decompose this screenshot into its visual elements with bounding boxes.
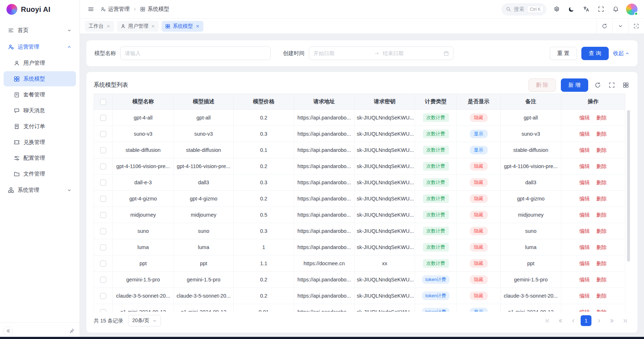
refresh-table-button[interactable] [593,81,602,90]
row-checkbox[interactable] [100,131,106,137]
row-checkbox[interactable] [100,261,106,267]
edit-link[interactable]: 编辑 [580,244,590,250]
pin-button[interactable] [69,328,75,334]
row-checkbox[interactable] [100,180,106,186]
edit-link[interactable]: 编辑 [580,277,590,282]
cell-visibility: 隐藏 [457,191,501,207]
pagination-prev-button[interactable] [568,315,578,326]
edit-link[interactable]: 编辑 [580,212,590,218]
settings-button[interactable] [552,5,561,14]
batch-delete-button[interactable]: 删 除 [528,78,556,92]
close-icon[interactable] [106,24,111,28]
sidebar-item-operations[interactable]: 运营管理 [4,39,76,55]
row-checkbox[interactable] [100,244,106,250]
reset-button[interactable]: 重 置 [550,47,577,60]
global-search[interactable]: 搜索 Ctrl K [501,3,546,15]
row-checkbox[interactable] [100,309,106,312]
refresh-tab-button[interactable] [596,19,612,33]
sidebar-collapse-button[interactable] [3,326,13,336]
sidebar-item-home[interactable]: 首页 [4,22,76,38]
sidebar-item-system[interactable]: 系统管理 [4,182,76,198]
row-select-cell [94,223,113,239]
row-checkbox[interactable] [100,163,106,170]
edit-link[interactable]: 编辑 [580,147,590,153]
edit-link[interactable]: 编辑 [580,309,590,312]
delete-link[interactable]: 删除 [596,163,607,169]
delete-link[interactable]: 删除 [596,147,607,153]
sidebar-subitem-config-management[interactable]: 配置管理 [4,150,76,166]
tab-menu-button[interactable] [612,19,628,33]
delete-link[interactable]: 删除 [596,212,607,218]
pagination-page-1[interactable]: 1 [581,315,591,326]
cell-billing-type: 次数计费 [415,158,457,175]
delete-link[interactable]: 删除 [596,228,607,234]
delete-link[interactable]: 删除 [596,277,607,282]
pagination-next-group-button[interactable] [607,315,617,326]
tab-system-model[interactable]: 系统模型 [162,21,203,32]
table-header-row: 模型名称模型描述模型价格请求地址请求密钥计费类型是否显示备注操作 [94,94,625,110]
edit-link[interactable]: 编辑 [580,115,590,121]
select-all-checkbox[interactable] [100,99,106,105]
notifications-button[interactable] [611,5,620,14]
sidebar-subitem-redeem-management[interactable]: 兑换管理 [4,135,76,150]
delete-link[interactable]: 删除 [596,196,607,202]
sidebar-subitem-package-management[interactable]: 套餐管理 [4,87,76,102]
edit-link[interactable]: 编辑 [580,228,590,234]
edit-link[interactable]: 编辑 [580,180,590,185]
row-checkbox[interactable] [100,147,106,153]
sidebar-subitem-payment-orders[interactable]: 支付订单 [4,119,76,134]
cell-model-price: 0.3 [234,175,294,191]
delete-link[interactable]: 删除 [596,131,607,137]
tab-user-management[interactable]: 用户管理 [117,21,159,32]
row-checkbox[interactable] [100,228,106,234]
edit-link[interactable]: 编辑 [580,196,590,202]
collapse-filter-link[interactable]: 收起 [613,50,630,57]
pagination-first-button[interactable] [542,315,553,326]
row-checkbox[interactable] [100,293,106,299]
delete-link[interactable]: 删除 [596,244,607,250]
pagination-prev-group-button[interactable] [555,315,566,326]
breadcrumb-item-operations[interactable]: 运营管理 [100,6,130,13]
add-button[interactable]: 新 增 [561,78,588,92]
bell-icon [613,6,619,12]
close-icon[interactable] [151,24,155,28]
app-logo[interactable]: Ruoyi AI [0,0,80,19]
table-scrollbar[interactable] [627,110,630,309]
row-checkbox[interactable] [100,277,106,283]
sidebar-item-label: 系统管理 [18,187,63,194]
delete-link[interactable]: 删除 [596,309,607,312]
delete-link[interactable]: 删除 [596,115,607,121]
sidebar-toggle-button[interactable] [86,5,95,14]
user-avatar[interactable] [626,4,638,15]
fullscreen-button[interactable] [596,5,605,14]
sidebar-subitem-chat-messages[interactable]: 聊天消息 [4,103,76,118]
row-checkbox[interactable] [100,212,106,218]
breadcrumb-item-system-model[interactable]: 系统模型 [140,6,169,13]
model-name-input[interactable] [120,46,271,60]
edit-link[interactable]: 编辑 [580,163,590,169]
edit-link[interactable]: 编辑 [580,261,590,266]
date-range-picker[interactable]: 开始日期 结束日期 [309,46,454,60]
delete-link[interactable]: 删除 [596,293,607,299]
table-scrollbar-thumb[interactable] [627,110,630,262]
edit-link[interactable]: 编辑 [580,131,590,137]
edit-link[interactable]: 编辑 [580,293,590,299]
row-checkbox[interactable] [100,196,106,202]
row-checkbox[interactable] [100,115,106,121]
query-button[interactable]: 查 询 [581,47,609,60]
pagination-next-button[interactable] [594,315,604,326]
table-fullscreen-button[interactable] [607,81,616,90]
language-button[interactable] [582,5,591,14]
tab-workbench[interactable]: 工作台 [85,21,114,32]
delete-link[interactable]: 删除 [596,180,607,185]
delete-link[interactable]: 删除 [596,261,607,266]
dark-mode-button[interactable] [567,5,576,14]
content-fullscreen-button[interactable] [628,19,644,33]
close-icon[interactable] [195,24,200,28]
page-size-select[interactable]: 20条/页 [128,315,161,326]
pagination-last-button[interactable] [620,315,630,326]
sidebar-subitem-user-management[interactable]: 用户管理 [4,55,76,71]
sidebar-subitem-file-management[interactable]: 文件管理 [4,166,76,181]
sidebar-subitem-system-model[interactable]: 系统模型 [4,71,76,86]
column-settings-button[interactable] [621,81,630,90]
